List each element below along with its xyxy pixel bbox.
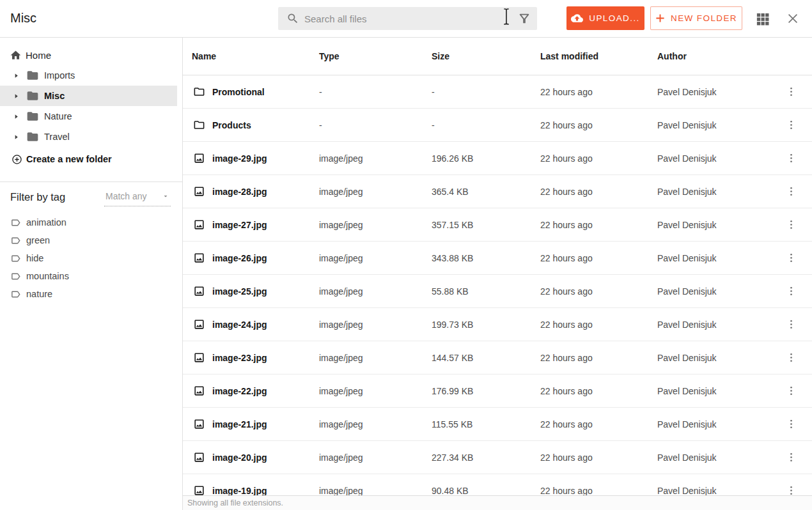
file-name: image-24.jpg (212, 320, 267, 330)
folder-icon (26, 130, 39, 143)
upload-button[interactable]: UPLOAD... (566, 6, 644, 30)
tag-filter-mountains[interactable]: mountains (0, 267, 182, 285)
column-header-modified: Last modified (540, 51, 657, 61)
row-menu-button[interactable] (783, 216, 800, 233)
tag-filter-animation[interactable]: animation (0, 213, 182, 231)
table-row[interactable]: image-23.jpg image/jpeg 144.57 KB 22 hou… (183, 341, 812, 375)
author: Pavel Denisjuk (657, 220, 770, 230)
folder-icon (26, 89, 39, 102)
row-menu-button[interactable] (783, 183, 800, 200)
search-filter-button[interactable] (517, 12, 531, 26)
new-folder-button[interactable]: NEW FOLDER (650, 6, 742, 30)
table-row[interactable]: image-27.jpg image/jpeg 357.15 KB 22 hou… (183, 208, 812, 242)
search-bar[interactable] (278, 7, 537, 30)
tag-filter-nature[interactable]: nature (0, 285, 182, 303)
row-menu-button[interactable] (783, 349, 800, 366)
author: Pavel Denisjuk (657, 419, 770, 429)
folder-name: Nature (44, 111, 72, 121)
sidebar-item-imports[interactable]: Imports (0, 65, 182, 86)
sidebar-item-nature[interactable]: Nature (0, 106, 182, 127)
table-row[interactable]: image-24.jpg image/jpeg 199.73 KB 22 hou… (183, 308, 812, 341)
folder-name: Travel (44, 132, 70, 142)
author: Pavel Denisjuk (657, 253, 770, 263)
tag-list: animation green hide mountains nature (0, 213, 182, 303)
file-size: - (432, 87, 540, 97)
table-row[interactable]: Promotional - - 22 hours ago Pavel Denis… (183, 75, 812, 109)
tag-match-mode-dropdown[interactable]: Match any (104, 189, 171, 206)
author: Pavel Denisjuk (657, 87, 770, 97)
author: Pavel Denisjuk (657, 320, 770, 330)
row-menu-button[interactable] (783, 282, 800, 300)
row-menu-button[interactable] (783, 83, 800, 100)
table-row[interactable]: image-29.jpg image/jpeg 196.26 KB 22 hou… (183, 142, 812, 175)
close-button[interactable] (786, 12, 800, 26)
tag-name: animation (26, 217, 66, 228)
table-row[interactable]: Products - - 22 hours ago Pavel Denisjuk (183, 109, 812, 142)
file-type: image/jpeg (319, 153, 432, 164)
file-name: image-28.jpg (212, 187, 267, 197)
grid-view-button[interactable] (755, 12, 770, 26)
last-modified: 22 hours ago (540, 320, 657, 330)
row-menu-button[interactable] (783, 449, 800, 466)
row-menu-button[interactable] (783, 316, 800, 333)
file-name: image-23.jpg (212, 353, 267, 363)
create-folder-button[interactable]: Create a new folder (12, 150, 182, 168)
author: Pavel Denisjuk (657, 153, 770, 164)
row-menu-button[interactable] (783, 415, 800, 433)
last-modified: 22 hours ago (540, 486, 657, 496)
kebab-icon (785, 152, 797, 164)
row-menu-button[interactable] (783, 249, 800, 267)
status-bar: Showing all file extensions. (183, 495, 812, 510)
image-icon (193, 152, 205, 164)
folder-icon (26, 110, 39, 123)
file-size: 144.57 KB (432, 353, 540, 363)
file-type: - (319, 120, 432, 130)
author: Pavel Denisjuk (657, 120, 770, 130)
row-menu-button[interactable] (783, 116, 800, 134)
sidebar-item-misc[interactable]: Misc (0, 86, 177, 106)
create-folder-label: Create a new folder (26, 154, 112, 164)
table-row[interactable]: image-26.jpg image/jpeg 343.88 KB 22 hou… (183, 242, 812, 275)
file-name: Promotional (212, 87, 265, 97)
image-icon (193, 318, 205, 330)
last-modified: 22 hours ago (540, 187, 657, 197)
table-row[interactable]: image-20.jpg image/jpeg 227.34 KB 22 hou… (183, 441, 812, 474)
file-table: Name Type Size Last modified Author Prom… (183, 38, 812, 510)
image-icon (193, 418, 205, 430)
table-row[interactable]: image-28.jpg image/jpeg 365.4 KB 22 hour… (183, 175, 812, 208)
file-type: image/jpeg (319, 220, 432, 230)
file-type: image/jpeg (319, 286, 432, 297)
kebab-icon (785, 451, 797, 463)
last-modified: 22 hours ago (540, 286, 657, 297)
table-row[interactable]: image-22.jpg image/jpeg 176.99 KB 22 hou… (183, 375, 812, 408)
last-modified: 22 hours ago (540, 253, 657, 263)
file-type: image/jpeg (319, 452, 432, 463)
file-type: image/jpeg (319, 486, 432, 496)
tag-filter-green[interactable]: green (0, 231, 182, 249)
filter-by-tag-title: Filter by tag (10, 189, 65, 203)
file-type: image/jpeg (319, 353, 432, 363)
row-menu-button[interactable] (783, 382, 800, 399)
table-row[interactable]: image-25.jpg image/jpeg 55.88 KB 22 hour… (183, 275, 812, 308)
file-name: image-25.jpg (212, 286, 267, 297)
page-title: Misc (10, 11, 36, 26)
circle-plus-icon (12, 154, 22, 165)
status-text: Showing all file extensions. (187, 498, 283, 507)
image-icon (193, 185, 205, 197)
tag-filter-hide[interactable]: hide (0, 249, 182, 267)
file-size: 227.34 KB (432, 452, 540, 463)
row-menu-button[interactable] (783, 150, 800, 167)
file-name: image-19.jpg (212, 486, 267, 496)
image-icon (193, 252, 205, 264)
table-row[interactable]: image-21.jpg image/jpeg 115.55 KB 22 hou… (183, 408, 812, 441)
kebab-icon (785, 285, 797, 297)
search-input[interactable] (304, 7, 517, 30)
column-header-author: Author (657, 51, 770, 61)
plus-icon (655, 13, 665, 23)
sidebar-item-travel[interactable]: Travel (0, 127, 182, 147)
caret-right-icon (13, 134, 20, 141)
file-size: 343.88 KB (432, 253, 540, 263)
sidebar-item-home[interactable]: Home (10, 46, 182, 64)
tag-name: mountains (26, 271, 69, 281)
last-modified: 22 hours ago (540, 120, 657, 130)
